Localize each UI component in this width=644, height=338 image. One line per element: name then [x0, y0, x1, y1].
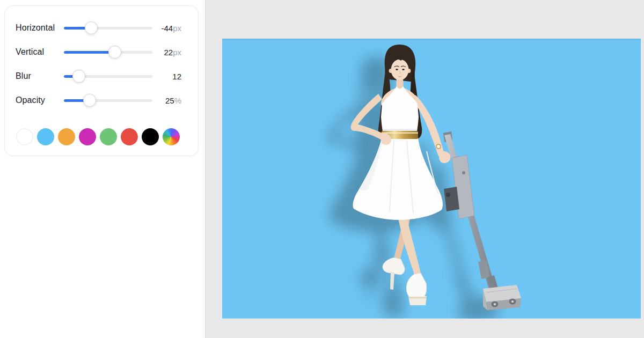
slider-thumb[interactable]	[108, 46, 121, 58]
shadow-editor-app: Horizontal -44px Vertical 22px Blur	[0, 0, 644, 338]
swatch-sky-blue[interactable]	[37, 128, 54, 145]
swatch-white[interactable]	[16, 128, 33, 145]
slider-row-opacity: Opacity 25%	[16, 94, 181, 107]
slider-track[interactable]	[64, 27, 152, 30]
blur-label: Blur	[16, 71, 64, 81]
shadow-settings-card: Horizontal -44px Vertical 22px Blur	[4, 5, 199, 156]
dress-skirt	[353, 138, 443, 220]
swatch-black[interactable]	[142, 128, 159, 145]
swatch-green[interactable]	[100, 128, 117, 145]
horizontal-slider[interactable]	[64, 21, 152, 34]
horizontal-label: Horizontal	[16, 23, 64, 33]
swatch-red[interactable]	[121, 128, 138, 145]
controls-panel-area: Horizontal -44px Vertical 22px Blur	[0, 0, 206, 338]
opacity-label: Opacity	[16, 95, 64, 105]
blur-slider[interactable]	[64, 70, 152, 83]
image-canvas[interactable]	[222, 39, 641, 319]
photo-cutout-with-shadow	[351, 45, 521, 310]
slider-fill	[64, 51, 115, 54]
swatch-magenta[interactable]	[79, 128, 96, 145]
opacity-slider[interactable]	[64, 94, 152, 107]
opacity-value: 25%	[152, 96, 181, 105]
shadow-color-swatches	[16, 128, 181, 145]
slider-thumb[interactable]	[83, 94, 96, 107]
vertical-slider[interactable]	[64, 46, 152, 58]
slider-track[interactable]	[64, 51, 152, 54]
slider-row-horizontal: Horizontal -44px	[16, 21, 181, 34]
model-with-vacuum-photo	[222, 39, 641, 319]
slider-thumb[interactable]	[72, 70, 85, 83]
swatch-orange[interactable]	[58, 128, 75, 145]
high-heel-shoes	[383, 258, 427, 305]
slider-track[interactable]	[64, 99, 152, 102]
slider-row-vertical: Vertical 22px	[16, 46, 181, 58]
slider-row-blur: Blur 12	[16, 70, 181, 83]
vacuum-cleaner	[443, 131, 521, 310]
slider-thumb[interactable]	[85, 21, 98, 34]
editor-stage	[206, 0, 644, 338]
blur-value: 12	[152, 72, 181, 81]
horizontal-value: -44px	[152, 24, 181, 33]
swatch-rainbow[interactable]	[163, 128, 180, 145]
vertical-value: 22px	[152, 48, 181, 57]
vertical-label: Vertical	[16, 47, 64, 57]
